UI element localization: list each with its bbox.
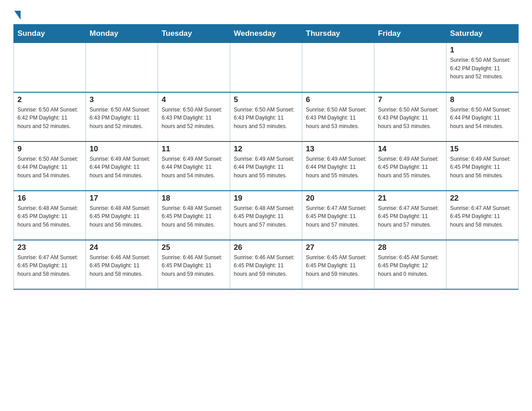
day-number: 27 — [306, 243, 370, 252]
day-number: 11 — [162, 145, 226, 154]
day-number: 8 — [450, 95, 515, 104]
day-info: Sunrise: 6:50 AM Sunset: 6:42 PM Dayligh… — [450, 56, 515, 81]
calendar-table: SundayMondayTuesdayWednesdayThursdayFrid… — [13, 24, 519, 290]
calendar-cell: 27Sunrise: 6:45 AM Sunset: 6:45 PM Dayli… — [302, 240, 374, 289]
calendar-cell: 9Sunrise: 6:50 AM Sunset: 6:44 PM Daylig… — [14, 141, 86, 191]
day-number: 17 — [90, 194, 154, 203]
calendar-week-row: 9Sunrise: 6:50 AM Sunset: 6:44 PM Daylig… — [14, 141, 519, 191]
day-info: Sunrise: 6:50 AM Sunset: 6:43 PM Dayligh… — [234, 106, 298, 131]
day-info: Sunrise: 6:47 AM Sunset: 6:45 PM Dayligh… — [450, 204, 515, 229]
day-number: 15 — [450, 145, 515, 154]
calendar-cell: 19Sunrise: 6:48 AM Sunset: 6:45 PM Dayli… — [230, 191, 302, 240]
calendar-cell — [158, 43, 230, 92]
weekday-header-row: SundayMondayTuesdayWednesdayThursdayFrid… — [14, 25, 519, 43]
calendar-cell: 24Sunrise: 6:46 AM Sunset: 6:45 PM Dayli… — [86, 240, 158, 289]
day-number: 7 — [378, 95, 442, 104]
day-number: 24 — [90, 243, 154, 252]
day-number: 14 — [378, 145, 442, 154]
weekday-header-thursday: Thursday — [302, 25, 374, 43]
calendar-cell: 28Sunrise: 6:45 AM Sunset: 6:45 PM Dayli… — [374, 240, 446, 289]
day-info: Sunrise: 6:49 AM Sunset: 6:44 PM Dayligh… — [90, 155, 154, 180]
calendar-cell — [374, 43, 446, 92]
day-info: Sunrise: 6:49 AM Sunset: 6:44 PM Dayligh… — [234, 155, 298, 180]
day-number: 3 — [90, 95, 154, 104]
day-info: Sunrise: 6:48 AM Sunset: 6:45 PM Dayligh… — [162, 204, 226, 229]
day-info: Sunrise: 6:50 AM Sunset: 6:43 PM Dayligh… — [306, 106, 370, 131]
day-info: Sunrise: 6:47 AM Sunset: 6:45 PM Dayligh… — [17, 253, 82, 278]
day-info: Sunrise: 6:46 AM Sunset: 6:45 PM Dayligh… — [234, 253, 298, 278]
day-number: 13 — [306, 145, 370, 154]
calendar-week-row: 2Sunrise: 6:50 AM Sunset: 6:42 PM Daylig… — [14, 92, 519, 141]
calendar-cell: 6Sunrise: 6:50 AM Sunset: 6:43 PM Daylig… — [302, 92, 374, 141]
logo-arrow-icon — [14, 11, 21, 20]
day-info: Sunrise: 6:47 AM Sunset: 6:45 PM Dayligh… — [378, 204, 442, 229]
day-number: 2 — [17, 95, 82, 104]
weekday-header-saturday: Saturday — [446, 25, 519, 43]
calendar-cell: 7Sunrise: 6:50 AM Sunset: 6:43 PM Daylig… — [374, 92, 446, 141]
day-number: 4 — [162, 95, 226, 104]
calendar-cell: 14Sunrise: 6:49 AM Sunset: 6:45 PM Dayli… — [374, 141, 446, 191]
day-info: Sunrise: 6:48 AM Sunset: 6:45 PM Dayligh… — [234, 204, 298, 229]
calendar-cell: 20Sunrise: 6:47 AM Sunset: 6:45 PM Dayli… — [302, 191, 374, 240]
day-info: Sunrise: 6:49 AM Sunset: 6:45 PM Dayligh… — [378, 155, 442, 180]
day-info: Sunrise: 6:47 AM Sunset: 6:45 PM Dayligh… — [306, 204, 370, 229]
weekday-header-sunday: Sunday — [14, 25, 86, 43]
calendar-cell: 1Sunrise: 6:50 AM Sunset: 6:42 PM Daylig… — [446, 43, 519, 92]
calendar-cell — [86, 43, 158, 92]
day-number: 20 — [306, 194, 370, 203]
day-info: Sunrise: 6:50 AM Sunset: 6:42 PM Dayligh… — [17, 106, 82, 131]
calendar-cell: 23Sunrise: 6:47 AM Sunset: 6:45 PM Dayli… — [14, 240, 86, 289]
day-info: Sunrise: 6:49 AM Sunset: 6:44 PM Dayligh… — [306, 155, 370, 180]
weekday-header-friday: Friday — [374, 25, 446, 43]
day-number: 18 — [162, 194, 226, 203]
day-number: 21 — [378, 194, 442, 203]
day-info: Sunrise: 6:45 AM Sunset: 6:45 PM Dayligh… — [378, 253, 442, 278]
day-number: 28 — [378, 243, 442, 252]
calendar-cell: 25Sunrise: 6:46 AM Sunset: 6:45 PM Dayli… — [158, 240, 230, 289]
day-info: Sunrise: 6:48 AM Sunset: 6:45 PM Dayligh… — [17, 204, 82, 229]
day-number: 25 — [162, 243, 226, 252]
calendar-cell: 26Sunrise: 6:46 AM Sunset: 6:45 PM Dayli… — [230, 240, 302, 289]
day-number: 1 — [450, 46, 515, 55]
calendar-cell — [230, 43, 302, 92]
calendar-cell: 13Sunrise: 6:49 AM Sunset: 6:44 PM Dayli… — [302, 141, 374, 191]
calendar-cell: 3Sunrise: 6:50 AM Sunset: 6:43 PM Daylig… — [86, 92, 158, 141]
logo — [13, 9, 21, 20]
day-number: 5 — [234, 95, 298, 104]
calendar-cell: 17Sunrise: 6:48 AM Sunset: 6:45 PM Dayli… — [86, 191, 158, 240]
calendar-cell: 11Sunrise: 6:49 AM Sunset: 6:44 PM Dayli… — [158, 141, 230, 191]
calendar-cell: 15Sunrise: 6:49 AM Sunset: 6:45 PM Dayli… — [446, 141, 519, 191]
day-number: 12 — [234, 145, 298, 154]
calendar-cell: 10Sunrise: 6:49 AM Sunset: 6:44 PM Dayli… — [86, 141, 158, 191]
day-info: Sunrise: 6:49 AM Sunset: 6:45 PM Dayligh… — [450, 155, 515, 180]
calendar-week-row: 23Sunrise: 6:47 AM Sunset: 6:45 PM Dayli… — [14, 240, 519, 289]
calendar-cell: 4Sunrise: 6:50 AM Sunset: 6:43 PM Daylig… — [158, 92, 230, 141]
calendar-cell: 18Sunrise: 6:48 AM Sunset: 6:45 PM Dayli… — [158, 191, 230, 240]
calendar-cell — [14, 43, 86, 92]
calendar-cell: 21Sunrise: 6:47 AM Sunset: 6:45 PM Dayli… — [374, 191, 446, 240]
day-number: 23 — [17, 243, 82, 252]
day-info: Sunrise: 6:46 AM Sunset: 6:45 PM Dayligh… — [162, 253, 226, 278]
day-info: Sunrise: 6:50 AM Sunset: 6:43 PM Dayligh… — [90, 106, 154, 131]
day-number: 26 — [234, 243, 298, 252]
calendar-week-row: 1Sunrise: 6:50 AM Sunset: 6:42 PM Daylig… — [14, 43, 519, 92]
day-info: Sunrise: 6:50 AM Sunset: 6:44 PM Dayligh… — [450, 106, 515, 131]
day-info: Sunrise: 6:50 AM Sunset: 6:44 PM Dayligh… — [17, 155, 82, 180]
calendar-week-row: 16Sunrise: 6:48 AM Sunset: 6:45 PM Dayli… — [14, 191, 519, 240]
page-header — [13, 9, 519, 20]
day-info: Sunrise: 6:50 AM Sunset: 6:43 PM Dayligh… — [378, 106, 442, 131]
day-info: Sunrise: 6:49 AM Sunset: 6:44 PM Dayligh… — [162, 155, 226, 180]
day-number: 10 — [90, 145, 154, 154]
day-number: 16 — [17, 194, 82, 203]
calendar-cell: 12Sunrise: 6:49 AM Sunset: 6:44 PM Dayli… — [230, 141, 302, 191]
calendar-cell: 22Sunrise: 6:47 AM Sunset: 6:45 PM Dayli… — [446, 191, 519, 240]
calendar-cell: 2Sunrise: 6:50 AM Sunset: 6:42 PM Daylig… — [14, 92, 86, 141]
calendar-cell: 16Sunrise: 6:48 AM Sunset: 6:45 PM Dayli… — [14, 191, 86, 240]
day-info: Sunrise: 6:46 AM Sunset: 6:45 PM Dayligh… — [90, 253, 154, 278]
calendar-cell: 8Sunrise: 6:50 AM Sunset: 6:44 PM Daylig… — [446, 92, 519, 141]
weekday-header-tuesday: Tuesday — [158, 25, 230, 43]
day-number: 9 — [17, 145, 82, 154]
day-number: 19 — [234, 194, 298, 203]
weekday-header-monday: Monday — [86, 25, 158, 43]
weekday-header-wednesday: Wednesday — [230, 25, 302, 43]
